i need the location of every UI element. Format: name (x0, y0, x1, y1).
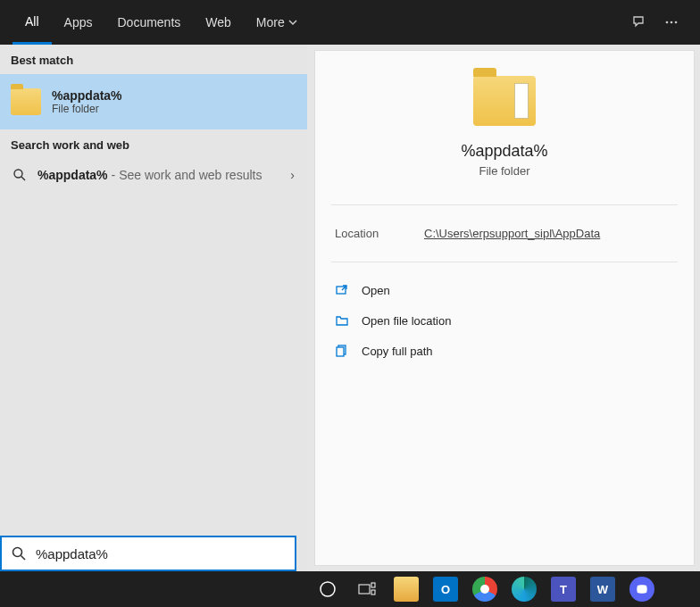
folder-icon (473, 76, 536, 126)
action-copy-path[interactable]: Copy full path (331, 336, 678, 366)
search-icon (11, 545, 27, 561)
location-label: Location (335, 227, 424, 240)
feedback-icon[interactable] (623, 14, 655, 30)
location-path[interactable]: C:\Users\erpsupport_sipl\AppData (424, 227, 600, 240)
svg-point-0 (666, 21, 669, 24)
chevron-right-icon: › (290, 168, 295, 182)
taskbar-app-discord[interactable] (627, 576, 657, 603)
search-tabs: All Apps Documents Web More (0, 0, 700, 45)
tab-documents[interactable]: Documents (104, 0, 193, 45)
tab-web[interactable]: Web (193, 0, 244, 45)
svg-rect-13 (371, 583, 375, 587)
taskbar-app-teams[interactable]: T (548, 576, 579, 603)
divider (331, 262, 678, 262)
tab-apps[interactable]: Apps (52, 0, 105, 45)
taskbar-app-edge[interactable] (509, 576, 539, 603)
action-label: Open file location (362, 314, 451, 328)
folder-open-icon (335, 313, 349, 328)
svg-point-3 (14, 170, 22, 178)
tab-more-label: More (256, 15, 285, 29)
action-label: Copy full path (362, 345, 433, 358)
web-search-result[interactable]: %appdata% - See work and web results › (0, 159, 307, 191)
taskbar-app-chrome[interactable] (470, 576, 500, 603)
action-open[interactable]: Open (331, 275, 678, 305)
tab-more[interactable]: More (244, 0, 310, 45)
preview-subtitle: File folder (479, 164, 529, 178)
folder-icon (11, 88, 41, 115)
search-results-area: Best match %appdata% File folder Search … (0, 45, 700, 571)
preview-pane: %appdata% File folder Location C:\Users\… (314, 50, 695, 566)
svg-point-1 (671, 21, 673, 24)
best-match-title: %appdata% (52, 88, 122, 103)
search-icon (12, 168, 27, 182)
svg-rect-14 (371, 590, 375, 595)
results-list: Best match %appdata% File folder Search … (0, 45, 307, 571)
svg-rect-8 (337, 347, 344, 356)
svg-line-4 (21, 177, 25, 180)
taskbar: OTW (0, 571, 700, 607)
cortana-icon[interactable] (312, 576, 343, 603)
action-label: Open (362, 284, 390, 297)
taskbar-app-word[interactable]: W (588, 576, 618, 603)
open-icon (335, 283, 349, 297)
web-search-hint: - See work and web results (112, 168, 262, 182)
preview-title: %appdata% (461, 142, 547, 161)
best-match-subtitle: File folder (52, 103, 122, 115)
taskbar-app-outlook[interactable]: O (430, 576, 461, 603)
svg-line-10 (21, 556, 26, 561)
action-open-location[interactable]: Open file location (331, 305, 678, 336)
location-row: Location C:\Users\erpsupport_sipl\AppDat… (315, 212, 694, 254)
search-input[interactable] (36, 546, 286, 561)
svg-point-2 (675, 21, 678, 24)
best-match-header: Best match (0, 45, 307, 74)
divider (331, 204, 678, 205)
search-web-header: Search work and web (0, 129, 307, 159)
web-search-query: %appdata% (38, 168, 108, 182)
chevron-down-icon (288, 18, 297, 27)
best-match-result[interactable]: %appdata% File folder (0, 74, 307, 129)
svg-point-11 (321, 582, 335, 596)
task-view-icon[interactable] (352, 576, 382, 603)
more-options-icon[interactable] (655, 15, 688, 29)
svg-rect-12 (359, 585, 370, 594)
svg-point-9 (13, 548, 22, 557)
tab-all[interactable]: All (12, 0, 52, 45)
search-box[interactable] (0, 536, 296, 571)
taskbar-app-explorer[interactable] (391, 576, 421, 603)
copy-icon (335, 344, 349, 358)
